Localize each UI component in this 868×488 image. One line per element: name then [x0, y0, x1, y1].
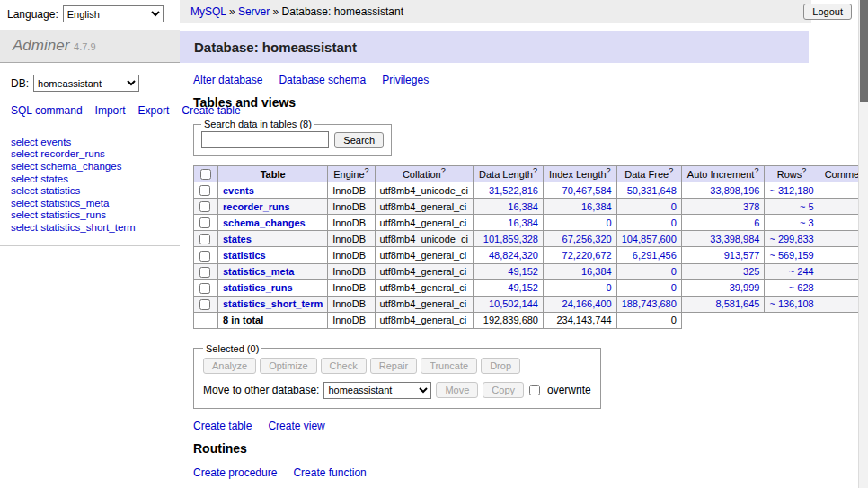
rows-link[interactable]: ~ 136,108: [769, 298, 813, 309]
table-select-link[interactable]: select: [11, 222, 38, 233]
action-link[interactable]: Alter database: [193, 74, 262, 86]
rows-link[interactable]: ~ 312,180: [769, 185, 813, 196]
data-free-link[interactable]: 188,743,680: [622, 298, 677, 309]
table-select-link[interactable]: select: [11, 209, 38, 220]
table-name-link[interactable]: statistics_short_term: [223, 298, 323, 309]
action-link[interactable]: Create procedure: [193, 466, 277, 479]
help-link[interactable]: ?: [669, 166, 673, 175]
index-length-link[interactable]: 16,384: [581, 266, 612, 277]
breadcrumb-link[interactable]: MySQL: [190, 5, 226, 18]
data-length-link[interactable]: 49,152: [508, 282, 538, 293]
data-free-link[interactable]: 0: [671, 266, 677, 277]
table-name-link[interactable]: schema_changes: [40, 161, 121, 172]
index-length-link[interactable]: 0: [607, 282, 612, 293]
help-link[interactable]: ?: [365, 166, 369, 175]
data-length-link[interactable]: 48,824,320: [489, 250, 538, 261]
table-name-link[interactable]: statistics_runs: [223, 282, 293, 293]
row-checkbox[interactable]: [199, 267, 210, 278]
rows-link[interactable]: ~ 299,833: [769, 234, 813, 244]
app-name-link[interactable]: Adminer: [13, 37, 69, 54]
table-name-link[interactable]: events: [40, 137, 71, 147]
search-input[interactable]: [201, 131, 329, 148]
rows-link[interactable]: ~ 5: [800, 201, 814, 212]
action-link[interactable]: Privileges: [382, 74, 429, 86]
data-length-link[interactable]: 31,522,816: [489, 185, 538, 196]
action-link[interactable]: Create function: [293, 466, 366, 479]
move-db-select[interactable]: homeassistant: [323, 382, 431, 399]
vertical-scrollbar[interactable]: [858, 0, 868, 488]
row-checkbox[interactable]: [199, 201, 210, 212]
sidebar-link[interactable]: SQL command: [11, 104, 83, 117]
truncate-button[interactable]: Truncate: [421, 358, 477, 374]
drop-button[interactable]: Drop: [481, 358, 520, 374]
auto-increment-link[interactable]: 325: [743, 266, 759, 277]
search-button[interactable]: Search: [334, 132, 384, 148]
index-length-link[interactable]: 72,220,672: [562, 250, 612, 261]
analyze-button[interactable]: Analyze: [203, 358, 256, 374]
table-name-link[interactable]: states: [223, 234, 252, 244]
data-free-link[interactable]: 0: [671, 217, 677, 228]
index-length-link[interactable]: 67,256,320: [562, 234, 612, 244]
sidebar-link[interactable]: Import: [95, 104, 126, 117]
table-name-link[interactable]: schema_changes: [223, 217, 306, 228]
action-link[interactable]: Create table: [193, 420, 252, 432]
move-button[interactable]: Move: [436, 382, 478, 398]
index-length-link[interactable]: 24,166,400: [562, 298, 612, 309]
index-length-link[interactable]: 70,467,584: [562, 185, 612, 196]
data-length-link[interactable]: 101,859,328: [483, 234, 538, 244]
table-name-link[interactable]: statistics_meta: [223, 266, 295, 277]
table-select-link[interactable]: select: [11, 137, 38, 147]
help-link[interactable]: ?: [533, 166, 537, 175]
auto-increment-link[interactable]: 39,999: [730, 282, 760, 293]
rows-link[interactable]: ~ 244: [789, 266, 814, 277]
table-name-link[interactable]: statistics_meta: [40, 198, 109, 209]
table-name-link[interactable]: recorder_runs: [40, 148, 105, 159]
scrollbar-thumb[interactable]: [860, 0, 868, 102]
check-button[interactable]: Check: [321, 358, 367, 374]
row-checkbox[interactable]: [199, 283, 210, 294]
auto-increment-link[interactable]: 33,398,984: [710, 234, 759, 244]
table-name-link[interactable]: states: [40, 173, 68, 184]
table-select-link[interactable]: select: [11, 198, 38, 209]
row-checkbox[interactable]: [199, 217, 210, 228]
auto-increment-link[interactable]: 913,577: [724, 250, 760, 261]
row-checkbox[interactable]: [199, 299, 210, 310]
data-length-link[interactable]: 10,502,144: [489, 298, 538, 309]
help-link[interactable]: ?: [607, 166, 611, 175]
table-name-link[interactable]: statistics_short_term: [40, 222, 135, 233]
table-name-link[interactable]: statistics: [40, 185, 80, 196]
data-free-link[interactable]: 104,857,600: [622, 234, 677, 244]
action-link[interactable]: Create view: [268, 420, 324, 432]
optimize-button[interactable]: Optimize: [260, 358, 316, 374]
rows-link[interactable]: ~ 628: [789, 282, 814, 293]
action-link[interactable]: Database schema: [279, 74, 366, 86]
index-length-link[interactable]: 0: [607, 217, 612, 228]
table-select-link[interactable]: select: [11, 173, 38, 184]
repair-button[interactable]: Repair: [370, 358, 417, 374]
table-name-link[interactable]: events: [223, 185, 254, 196]
copy-button[interactable]: Copy: [483, 382, 524, 398]
logout-button[interactable]: Logout: [803, 4, 852, 20]
db-select[interactable]: homeassistant: [33, 75, 139, 92]
sidebar-link[interactable]: Export: [138, 104, 170, 117]
data-free-link[interactable]: 0: [671, 282, 677, 293]
auto-increment-link[interactable]: 8,581,645: [715, 298, 759, 309]
data-length-link[interactable]: 16,384: [508, 201, 538, 212]
row-checkbox[interactable]: [199, 234, 210, 244]
data-length-link[interactable]: 49,152: [508, 266, 538, 277]
table-name-link[interactable]: statistics: [223, 250, 266, 261]
help-link[interactable]: ?: [802, 166, 806, 175]
table-select-link[interactable]: select: [11, 185, 38, 196]
language-select[interactable]: English: [63, 5, 164, 22]
row-checkbox[interactable]: [199, 185, 210, 196]
auto-increment-link[interactable]: 33,898,196: [710, 185, 759, 196]
data-length-link[interactable]: 16,384: [508, 217, 538, 228]
auto-increment-link[interactable]: 378: [743, 201, 759, 212]
table-select-link[interactable]: select: [11, 148, 38, 159]
table-select-link[interactable]: select: [11, 161, 38, 172]
select-all-checkbox[interactable]: [200, 169, 211, 180]
breadcrumb-link[interactable]: Server: [238, 5, 270, 18]
help-link[interactable]: ?: [754, 166, 758, 175]
rows-link[interactable]: ~ 569,159: [769, 250, 813, 261]
index-length-link[interactable]: 16,384: [581, 201, 612, 212]
